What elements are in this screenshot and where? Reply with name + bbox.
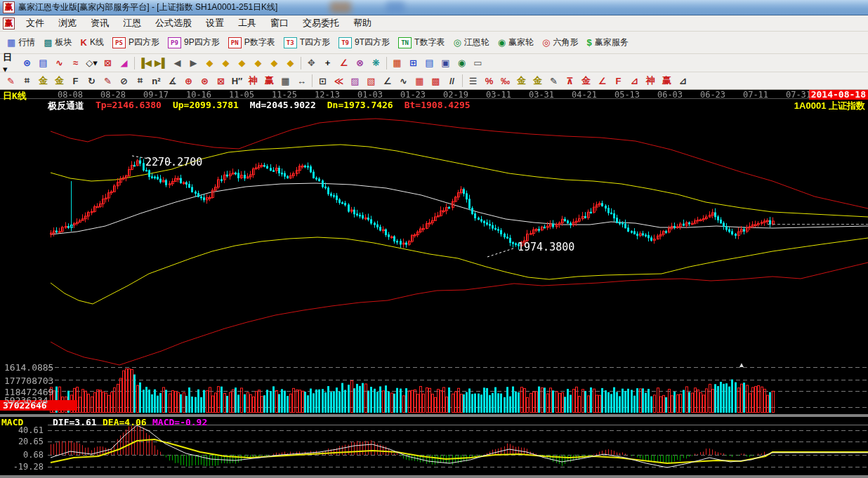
toolbar-button-9T四方形[interactable]: T99T四方形 — [334, 35, 394, 50]
draw-fibonacci[interactable]: F — [67, 74, 84, 88]
nav-gann-knot[interactable]: ⊛ — [19, 55, 35, 70]
menu-item-7[interactable]: 窗口 — [263, 15, 296, 31]
draw-time-ruler[interactable]: ⌗ — [132, 74, 148, 88]
nav-measure-tool[interactable]: ⊗ — [352, 55, 368, 70]
draw-triangle-tool[interactable]: ⊿ — [626, 74, 643, 88]
menu-item-1[interactable]: 浏览 — [51, 15, 84, 31]
draw-price-grid[interactable]: ▦ — [412, 74, 428, 88]
draw-pen-icon: ✎ — [550, 76, 558, 86]
nav-prev-bar[interactable]: ◀ — [169, 55, 185, 70]
draw-gold-ratio-1[interactable]: 金 — [35, 74, 51, 88]
draw-gann-circle[interactable]: ⊕ — [180, 74, 197, 88]
nav-crosshair-tool[interactable]: + — [320, 55, 336, 70]
toolbar-button-T四方形[interactable]: T3T四方形 — [280, 35, 334, 50]
toolbar-button-六角形[interactable]: ◎六角形 — [538, 35, 582, 50]
draw-list-tool[interactable]: ☰ — [465, 74, 481, 88]
nav-hand-tool[interactable]: ✥ — [303, 55, 320, 70]
toolbar-button-T数字表[interactable]: TNT数字表 — [394, 35, 449, 50]
draw-hatch-box-2[interactable]: ▧ — [363, 74, 379, 88]
draw-time-grid[interactable]: ▩ — [428, 74, 444, 88]
nav-diamond-right[interactable]: ◆ — [218, 55, 234, 70]
draw-percent-tool[interactable]: % — [481, 74, 497, 88]
menu-item-6[interactable]: 工具 — [231, 15, 263, 31]
toolbar-button-板块[interactable]: ▩板块 — [39, 35, 76, 50]
menu-item-8[interactable]: 交易委托 — [296, 15, 346, 31]
nav-print[interactable]: ▭ — [470, 55, 486, 70]
nav-analysis-tool[interactable]: ❋ — [368, 55, 384, 70]
nav-diamond-expand[interactable]: ◆ — [234, 55, 250, 70]
draw-win-tool[interactable]: 赢 — [261, 74, 277, 88]
nav-last-bar[interactable]: ▶▌ — [153, 55, 169, 70]
draw-h-span[interactable]: ↔ — [294, 74, 310, 88]
menu-item-0[interactable]: 文件 — [19, 15, 51, 31]
draw-gann-box[interactable]: ⊠ — [213, 74, 229, 88]
menu-item-5[interactable]: 设置 — [199, 15, 231, 31]
draw-red-angle[interactable]: ∠ — [594, 74, 610, 88]
background-artifact — [386, 1, 405, 13]
draw-shen-angle[interactable]: 神 — [643, 74, 659, 88]
menu-item-4[interactable]: 公式选股 — [148, 15, 199, 31]
toolbar-button-K线[interactable]: KK线 — [77, 35, 108, 50]
nav-save[interactable]: ▣ — [438, 55, 454, 70]
draw-shen-tool[interactable]: 神 — [245, 74, 261, 88]
nav-diamond-zoom-out[interactable]: ◆ — [282, 55, 298, 70]
nav-diamond-shrink[interactable]: ◆ — [250, 55, 266, 70]
nav-notes[interactable]: ▤ — [421, 55, 438, 70]
nav-network[interactable]: ◉ — [454, 55, 470, 70]
draw-gann-ruler[interactable]: ⌗ — [19, 74, 35, 88]
toolbar-button-P四方形[interactable]: PSP四方形 — [108, 35, 164, 50]
draw-square-of-nine[interactable]: n² — [148, 74, 164, 88]
draw-draw-pen[interactable]: ✎ — [546, 74, 562, 88]
nav-gann-grid[interactable]: ⊠ — [100, 55, 116, 70]
draw-pencil[interactable]: ✎ — [3, 74, 19, 88]
draw-gold-angle[interactable]: 金 — [578, 74, 594, 88]
draw-gold-line-1[interactable]: 金 — [513, 74, 530, 88]
draw-delta-tool[interactable]: ⊿ — [675, 74, 691, 88]
nav-kline-9[interactable]: ≈ — [67, 55, 84, 70]
toolbar-button-行情[interactable]: ▦行情 — [3, 35, 39, 50]
toolbar-button-P数字表[interactable]: PNP数字表 — [224, 35, 280, 50]
draw-marker-pen[interactable]: ✎ — [100, 74, 116, 88]
nav-kline-3[interactable]: ∿ — [51, 55, 67, 70]
trend-angle-icon: ∠ — [383, 76, 392, 86]
menu-item-9[interactable]: 帮助 — [346, 15, 379, 31]
draw-gann-web[interactable]: ⊛ — [197, 74, 213, 88]
draw-box-tool[interactable]: ⊡ — [315, 74, 331, 88]
gold-line-1-icon: 金 — [517, 74, 526, 87]
draw-permille-tool[interactable]: ‰ — [497, 74, 513, 88]
draw-win-angle[interactable]: 赢 — [659, 74, 675, 88]
nav-flag-chart[interactable]: ◢ — [116, 55, 132, 70]
draw-angle-line[interactable]: ∡ — [164, 74, 180, 88]
draw-fib-angle[interactable]: F — [610, 74, 626, 88]
draw-trend-angle[interactable]: ∠ — [379, 74, 395, 88]
draw-wave-tool[interactable]: ∿ — [395, 74, 412, 88]
menu-item-2[interactable]: 资讯 — [84, 15, 116, 31]
nav-period-day-dropdown[interactable]: 日 ▾ — [3, 55, 19, 70]
draw-press-line[interactable]: ⊼ — [562, 74, 578, 88]
draw-cycle-circle[interactable]: ⊘ — [116, 74, 132, 88]
draw-fan-lines[interactable]: ≪ — [331, 74, 347, 88]
toolbar-button-9P四方形[interactable]: P99P四方形 — [164, 35, 224, 50]
nav-calculator[interactable]: ⊞ — [405, 55, 421, 70]
toolbar-button-赢家轮[interactable]: ◉赢家轮 — [494, 35, 538, 50]
draw-hatch-box[interactable]: ▨ — [347, 74, 363, 88]
nav-diamond-left[interactable]: ◆ — [202, 55, 218, 70]
draw-gold-line-2[interactable]: 金 — [530, 74, 546, 88]
nav-next-bar[interactable]: ▶ — [185, 55, 202, 70]
nav-angle-tool[interactable]: ∠ — [336, 55, 352, 70]
draw-parallel-lines[interactable]: // — [444, 74, 460, 88]
menu-item-3[interactable]: 江恩 — [116, 15, 148, 31]
nav-calendar[interactable]: ▦ — [389, 55, 405, 70]
nav-first-bar[interactable]: ▐◀ — [137, 55, 153, 70]
toolbar-button-江恩轮[interactable]: ◎江恩轮 — [449, 35, 493, 50]
draw-grid-123[interactable]: ▦ — [277, 74, 294, 88]
fibonacci-icon: F — [73, 76, 79, 86]
draw-gold-ratio-2[interactable]: 金 — [51, 74, 67, 88]
draw-h-marker[interactable]: Η″ — [229, 74, 245, 88]
nav-report[interactable]: ▤ — [35, 55, 51, 70]
nav-candle-style-dropdown[interactable]: ◇▾ — [84, 55, 100, 70]
draw-spiral[interactable]: ↻ — [84, 74, 100, 88]
toolbar-button-赢家服务[interactable]: $赢家服务 — [582, 35, 632, 50]
toolbar-separator — [312, 74, 313, 87]
nav-diamond-zoom-in[interactable]: ◆ — [266, 55, 282, 70]
